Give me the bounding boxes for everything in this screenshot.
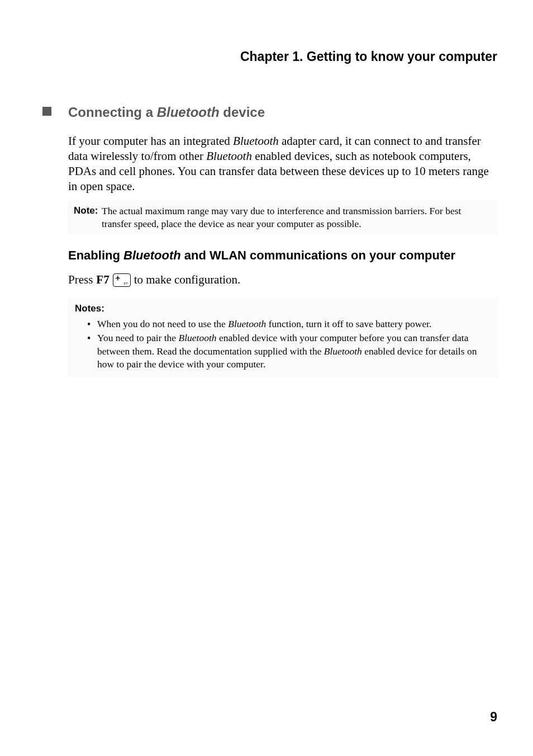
list-item: You need to pair the Bluetooth enabled d… (87, 332, 492, 371)
note-item-text: function, turn it off to save battery po… (266, 318, 431, 329)
instruction-key: F7 (96, 273, 109, 287)
section-heading: Connecting a Bluetooth device (68, 105, 498, 120)
note-item-italic: Bluetooth (228, 318, 266, 329)
section-connecting-bluetooth: Connecting a Bluetooth device If your co… (35, 105, 498, 378)
body-text: If your computer has an integrated (68, 134, 233, 148)
notes-box: Notes: When you do not need to use the B… (68, 298, 498, 378)
notes-list: When you do not need to use the Bluetoot… (75, 318, 492, 371)
list-item: When you do not need to use the Bluetoot… (87, 318, 492, 330)
page-number: 9 (490, 710, 497, 725)
instruction-pre: Press (68, 273, 93, 287)
heading-text-post: device (220, 105, 265, 120)
note-box: Note: The actual maximum range may vary … (68, 201, 498, 235)
airplane-icon (115, 275, 121, 281)
section-bullet-icon (42, 107, 51, 116)
body-text-italic: Bluetooth (206, 149, 252, 163)
body-paragraph: If your computer has an integrated Bluet… (68, 134, 498, 194)
sub-heading: Enabling Bluetooth and WLAN communicatio… (68, 248, 498, 263)
sub-heading-post: and WLAN communications on your computer (181, 248, 455, 262)
key-sublabel: F7 (124, 282, 128, 285)
notes-label: Notes: (75, 303, 492, 315)
heading-text-italic: Bluetooth (157, 105, 220, 120)
chapter-title: Chapter 1. Getting to know your computer (35, 49, 498, 64)
sub-heading-pre: Enabling (68, 248, 123, 262)
heading-text-pre: Connecting a (68, 105, 157, 120)
note-item-text: You need to pair the (97, 332, 179, 343)
instruction-line: Press F7 F7 to make configuration. (68, 273, 498, 287)
note-label: Note: (74, 205, 98, 216)
note-item-italic: Bluetooth (179, 332, 217, 343)
note-item-italic: Bluetooth (324, 346, 362, 357)
airplane-key-icon: F7 (113, 273, 131, 287)
instruction-post: to make configuration. (134, 273, 241, 287)
body-text-italic: Bluetooth (233, 134, 279, 148)
note-item-text: When you do not need to use the (97, 318, 228, 329)
sub-heading-italic: Bluetooth (123, 248, 181, 262)
note-text: The actual maximum range may vary due to… (74, 205, 493, 230)
